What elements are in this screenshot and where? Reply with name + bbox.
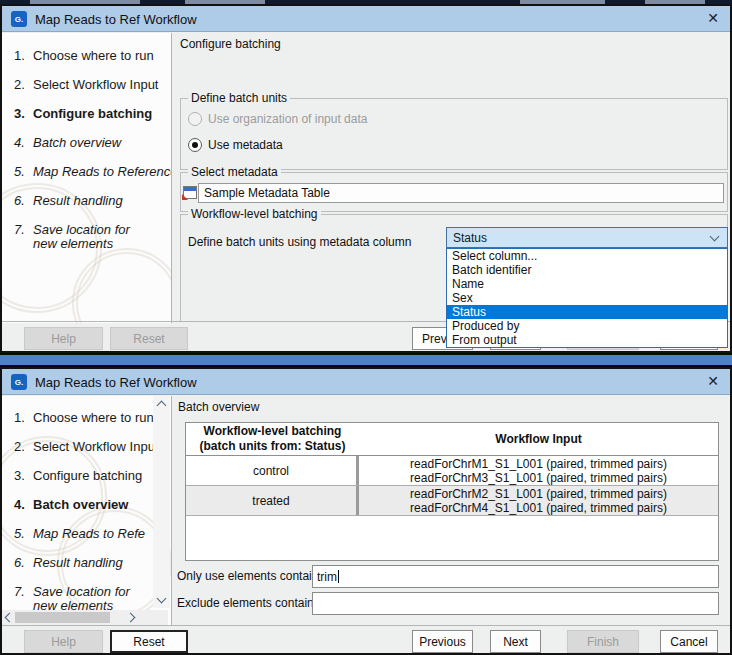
radio-use-metadata-label[interactable]: Use metadata xyxy=(208,138,283,152)
table-header-row: Workflow-level batching (batch units fro… xyxy=(186,423,718,456)
title-bar[interactable]: G. Map Reads to Ref Workflow ✕ xyxy=(2,369,730,395)
sidebar-step-7[interactable]: 7.Save location for new elements xyxy=(14,223,155,251)
help-button: Help xyxy=(24,327,103,350)
group-legend: Define batch units xyxy=(188,91,290,105)
sidebar-step-1[interactable]: 1.Choose where to run xyxy=(14,411,154,425)
sidebar-step-5[interactable]: 5.Map Reads to Reference xyxy=(14,165,172,179)
table-row[interactable]: treated readForChrM2_S1_L001 (paired, tr… xyxy=(186,486,718,516)
app-icon: G. xyxy=(11,374,27,390)
dropdown-item[interactable]: Batch identifier xyxy=(447,263,727,277)
next-button[interactable]: Next xyxy=(490,630,541,653)
panel-title: Batch overview xyxy=(178,400,259,414)
scroll-left-icon[interactable] xyxy=(5,613,15,623)
metadata-column-label: Define batch units using metadata column xyxy=(188,235,411,249)
dropdown-item[interactable]: Produced by xyxy=(447,319,727,333)
window-title: Map Reads to Ref Workflow xyxy=(35,12,197,27)
sidebar-step-2[interactable]: 2.Select Workflow Input xyxy=(14,78,158,92)
sidebar-step-4-current[interactable]: 4.Batch overview xyxy=(14,498,128,512)
sidebar-step-6[interactable]: 6.Result handling xyxy=(14,556,123,570)
wizard-steps-sidebar: 1.Choose where to run 2.Select Workflow … xyxy=(2,396,172,625)
dropdown-item[interactable]: From output xyxy=(447,333,727,347)
close-icon[interactable]: ✕ xyxy=(707,10,719,26)
metadata-table-icon xyxy=(183,186,197,199)
sidebar-step-3-current[interactable]: 3.Configure batching xyxy=(14,107,152,121)
inputs-cell: readForChrM2_S1_L001 (paired, trimmed pa… xyxy=(359,486,718,515)
combobox-value: Status xyxy=(453,231,487,245)
batch-cell: treated xyxy=(186,486,359,515)
dropdown-item-selected[interactable]: Status xyxy=(447,305,727,319)
background-window xyxy=(0,355,732,365)
sidebar-step-5[interactable]: 5.Map Reads to Reference xyxy=(14,527,145,541)
panel-title: Configure batching xyxy=(180,37,281,51)
screen: G. Map Reads to Ref Workflow ✕ 1.Choose … xyxy=(0,0,732,655)
group-define-batch-units: Define batch units Use organization of i… xyxy=(180,98,728,170)
sidebar-step-1[interactable]: 1.Choose where to run xyxy=(14,49,154,63)
scrollbar-thumb[interactable] xyxy=(15,612,110,623)
dropdown-item[interactable]: Sex xyxy=(447,291,727,305)
radio-use-organization-label: Use organization of input data xyxy=(208,112,367,126)
include-filter-input[interactable]: trim xyxy=(312,565,719,588)
sidebar-step-7[interactable]: 7.Save location for new elements xyxy=(14,585,155,613)
group-legend: Workflow-level batching xyxy=(188,207,321,221)
dialog-batch-overview: G. Map Reads to Ref Workflow ✕ 1.Choose … xyxy=(0,367,732,655)
previous-button[interactable]: Previous xyxy=(412,630,473,653)
close-icon[interactable]: ✕ xyxy=(707,373,719,389)
metadata-column-dropdown: Select column... Batch identifier Name S… xyxy=(446,248,728,348)
dialog-configure-batching: G. Map Reads to Ref Workflow ✕ 1.Choose … xyxy=(0,4,732,353)
window-title: Map Reads to Ref Workflow xyxy=(35,375,197,390)
input-column-header: Workflow Input xyxy=(359,423,718,455)
title-bar[interactable]: G. Map Reads to Ref Workflow ✕ xyxy=(2,6,730,32)
radio-use-organization xyxy=(188,112,202,126)
dropdown-item[interactable]: Select column... xyxy=(447,249,727,263)
cancel-button[interactable]: Cancel xyxy=(660,630,718,653)
batch-overview-table: Workflow-level batching (batch units fro… xyxy=(185,422,719,561)
scroll-up-icon[interactable] xyxy=(157,401,167,411)
group-legend: Select metadata xyxy=(188,165,281,179)
exclude-filter-label: Exclude elements containing: xyxy=(177,596,333,610)
text-cursor xyxy=(338,570,339,583)
selected-metadata-item[interactable]: Sample Metadata Table xyxy=(198,183,724,203)
batch-column-header: Workflow-level batching (batch units fro… xyxy=(186,423,359,455)
group-select-metadata: Select metadata Sample Metadata Table xyxy=(180,172,728,212)
sidebar-step-2[interactable]: 2.Select Workflow Input xyxy=(14,440,158,454)
chevron-down-icon xyxy=(710,232,720,242)
sidebar-vertical-scrollbar[interactable] xyxy=(153,396,170,608)
table-row[interactable]: control readForChrM1_S1_L001 (paired, tr… xyxy=(186,456,718,486)
dropdown-item[interactable]: Name xyxy=(447,277,727,291)
help-button: Help xyxy=(24,630,103,653)
sidebar-horizontal-scrollbar[interactable] xyxy=(2,610,168,625)
exclude-filter-input[interactable] xyxy=(312,592,719,615)
radio-use-metadata[interactable] xyxy=(188,138,202,152)
sidebar-step-3[interactable]: 3.Configure batching xyxy=(14,469,142,483)
reset-button: Reset xyxy=(110,327,188,350)
metadata-column-combobox[interactable]: Status xyxy=(446,227,728,248)
scroll-down-icon[interactable] xyxy=(157,594,167,604)
reset-button[interactable]: Reset xyxy=(110,630,188,653)
finish-button: Finish xyxy=(567,630,639,653)
sidebar-step-4[interactable]: 4.Batch overview xyxy=(14,136,121,150)
sidebar-step-6[interactable]: 6.Result handling xyxy=(14,194,123,208)
wizard-steps-sidebar: 1.Choose where to run 2.Select Workflow … xyxy=(2,33,172,323)
inputs-cell: readForChrM1_S1_L001 (paired, trimmed pa… xyxy=(359,456,718,485)
scroll-right-icon[interactable] xyxy=(126,613,136,623)
app-icon: G. xyxy=(11,11,27,27)
divider xyxy=(2,625,730,626)
batch-cell: control xyxy=(186,456,359,485)
